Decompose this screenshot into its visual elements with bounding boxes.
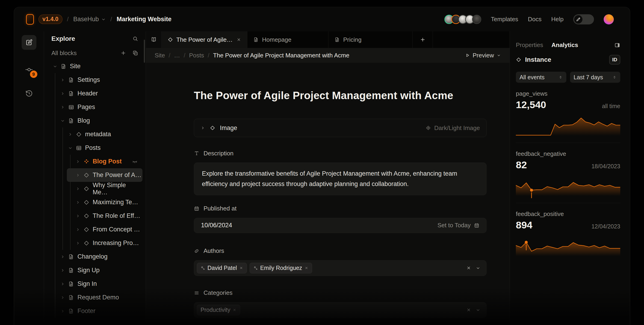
basehub-logo[interactable]: [26, 14, 34, 25]
tree-item-footer[interactable]: Footer: [52, 304, 142, 318]
history-button[interactable]: [25, 90, 33, 97]
calendar-icon[interactable]: [474, 223, 480, 228]
play-icon: [465, 53, 470, 58]
tab-properties[interactable]: Properties: [516, 42, 543, 49]
tree-item-blog[interactable]: Blog: [52, 114, 142, 128]
tab-pricing[interactable]: Pricing: [328, 31, 412, 48]
breadcrumb-segment[interactable]: Site: [155, 52, 165, 59]
duplicate-icon[interactable]: [132, 50, 138, 56]
docs-link[interactable]: Docs: [528, 16, 542, 23]
chevron-right-icon[interactable]: [76, 173, 80, 178]
tree-item-blog-post[interactable]: Blog Post: [67, 155, 142, 168]
metric-sparkline[interactable]: [516, 176, 620, 196]
events-filter-select[interactable]: All events: [516, 72, 566, 83]
chevron-right-icon[interactable]: [76, 186, 80, 191]
chevron-right-icon[interactable]: [60, 105, 65, 110]
chevron-right-icon[interactable]: [200, 126, 205, 130]
chevron-down-icon[interactable]: [53, 64, 58, 69]
chip-productivity[interactable]: Productivity: [197, 305, 240, 315]
calendar-icon: [194, 206, 200, 211]
tree-item-why-simple-me[interactable]: Why Simple Me…: [67, 182, 142, 196]
tab-the-power-of-agile[interactable]: The Power of Agile…: [162, 31, 247, 48]
project-name[interactable]: Marketing Website: [117, 16, 172, 23]
search-icon[interactable]: [132, 36, 138, 42]
tree-item-changelog[interactable]: Changelog: [52, 250, 142, 264]
chip-david-patel[interactable]: David Patel: [197, 263, 247, 273]
commit-changes-button[interactable]: 9: [25, 66, 33, 74]
id-badge[interactable]: ID: [609, 55, 620, 64]
categories-field[interactable]: Productivity: [194, 302, 486, 318]
tree-item-metadata[interactable]: metadata: [59, 128, 142, 141]
published-at-field[interactable]: 10/06/2024 Set to Today: [194, 218, 486, 233]
sidebar-scrollbar[interactable]: [144, 40, 145, 63]
tree-item-increasing-pro[interactable]: Increasing Pro…: [67, 236, 142, 250]
preview-button[interactable]: Preview: [465, 52, 501, 59]
diamond-icon: [84, 186, 90, 192]
add-block-button[interactable]: [120, 50, 126, 56]
metric-sparkline[interactable]: [516, 116, 620, 136]
new-tab-button[interactable]: [412, 31, 433, 48]
chevron-right-icon[interactable]: [60, 268, 65, 273]
image-block[interactable]: Image Dark/Light Image: [194, 119, 486, 137]
tree-item-settings[interactable]: Settings: [52, 73, 142, 87]
close-tab-icon[interactable]: [236, 37, 241, 42]
chevron-right-icon[interactable]: [60, 282, 65, 286]
metric-sparkline[interactable]: [516, 236, 620, 256]
chip-label: Productivity: [200, 306, 230, 313]
breadcrumb-segment[interactable]: Posts: [189, 52, 204, 59]
chevron-right-icon[interactable]: [60, 91, 65, 96]
chevron-right-icon[interactable]: [76, 214, 80, 218]
chevron-right-icon[interactable]: [76, 200, 80, 205]
set-to-today-button[interactable]: Set to Today: [438, 222, 471, 229]
chevron-right-icon[interactable]: [76, 159, 80, 164]
edit-panel-button[interactable]: [22, 35, 36, 50]
panel-toggle-icon[interactable]: [614, 42, 620, 48]
breadcrumb-segment[interactable]: …: [174, 52, 180, 59]
description-field[interactable]: Explore the transformative benefits of A…: [194, 162, 486, 195]
chevron-right-icon[interactable]: [60, 309, 65, 314]
collaborator-avatar[interactable]: [472, 15, 481, 24]
edit-mode-toggle[interactable]: [573, 14, 594, 24]
tree-item-the-role-of-eff[interactable]: The Role of Eff…: [67, 209, 142, 223]
tree-item-maximizing-te[interactable]: Maximizing Te…: [67, 196, 142, 209]
chevron-down-icon[interactable]: [476, 266, 480, 270]
chevron-down-icon[interactable]: [476, 308, 480, 312]
templates-link[interactable]: Templates: [491, 16, 518, 23]
tree-item-posts[interactable]: Posts: [59, 141, 142, 155]
doc-icon: [68, 268, 74, 273]
clear-field-icon[interactable]: [466, 266, 471, 270]
chevron-down-icon[interactable]: [60, 118, 65, 123]
remove-chip-icon[interactable]: [239, 266, 243, 270]
chevron-right-icon[interactable]: [68, 132, 72, 137]
daterange-filter-select[interactable]: Last 7 days: [570, 72, 620, 83]
chevron-right-icon[interactable]: [60, 78, 65, 82]
org-switcher[interactable]: BaseHub: [73, 16, 106, 23]
tree-item-pages[interactable]: Pages: [52, 100, 142, 114]
chevron-right-icon[interactable]: [76, 227, 80, 232]
tab-homepage[interactable]: Homepage: [247, 31, 328, 48]
clear-field-icon[interactable]: [466, 308, 471, 312]
chevron-right-icon[interactable]: [60, 295, 65, 300]
reader-view-button[interactable]: [146, 31, 162, 48]
tree-item-sign-up[interactable]: Sign Up: [52, 264, 142, 277]
tree-item-request-demo[interactable]: Request Demo: [52, 291, 142, 304]
tree-item-site[interactable]: Site: [44, 60, 142, 73]
help-link[interactable]: Help: [551, 16, 564, 23]
authors-field[interactable]: David Patel Emily Rodriguez: [194, 260, 486, 276]
tree-item-from-concept[interactable]: From Concept …: [67, 223, 142, 236]
post-title[interactable]: The Power of Agile Project Management wi…: [194, 89, 486, 102]
tree-item-header[interactable]: Header: [52, 87, 142, 100]
chip-emily-rodriguez[interactable]: Emily Rodriguez: [250, 263, 312, 273]
chevron-right-icon[interactable]: [60, 254, 65, 259]
breadcrumb-segment[interactable]: The Power of Agile Project Management wi…: [213, 52, 350, 59]
version-badge[interactable]: v1.4.0: [38, 14, 62, 24]
remove-chip-icon[interactable]: [304, 266, 308, 270]
tree-item-the-power-of-a[interactable]: The Power of A…: [67, 168, 142, 182]
tree-item-sign-in[interactable]: Sign In: [52, 277, 142, 291]
user-avatar[interactable]: [604, 14, 614, 24]
chevron-right-icon[interactable]: [76, 241, 80, 246]
remove-chip-icon[interactable]: [232, 308, 236, 312]
chevron-down-icon[interactable]: [68, 146, 72, 150]
tab-analytics[interactable]: Analytics: [552, 42, 578, 49]
chevron-right-icon: [60, 268, 65, 273]
